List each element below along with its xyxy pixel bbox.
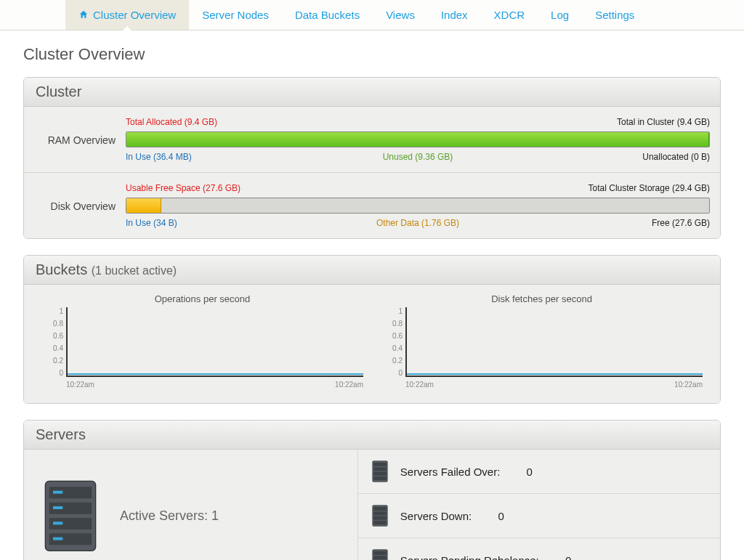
tab-label: Views [386,9,415,21]
ytick: 0.2 [44,357,63,365]
tab-label: Server Nodes [202,9,269,21]
buckets-subtitle: (1 bucket active) [92,264,177,277]
xtick: 10:22am [66,381,94,389]
row-label: Servers Failed Over: [400,466,501,478]
tab-views[interactable]: Views [373,0,428,30]
disk-overview-label: Disk Overview [24,173,126,238]
disk-total-storage: Total Cluster Storage (29.4 GB) [589,183,710,193]
tab-label: Index [441,9,468,21]
svg-rect-20 [373,551,387,555]
home-icon [78,1,89,31]
tab-label: XDCR [494,9,525,21]
servers-down-row: Servers Down: 0 [358,493,720,537]
disk-usable-free: Usable Free Space (27.6 GB) [126,183,240,193]
ram-usage-bar [126,131,710,147]
svg-rect-11 [373,467,387,471]
tab-index[interactable]: Index [428,0,481,30]
tab-label: Log [551,9,569,21]
tab-label: Cluster Overview [93,9,176,21]
server-rack-icon [41,477,100,555]
row-label: Servers Down: [400,510,472,522]
svg-rect-15 [373,507,387,511]
svg-rect-7 [53,522,62,524]
ram-total-allocated: Total Allocated (9.4 GB) [126,117,217,127]
server-rack-icon [371,504,389,527]
server-rack-icon [371,460,389,483]
ytick: 0.8 [384,320,403,328]
tab-xdcr[interactable]: XDCR [481,0,538,30]
xtick: 10:22am [335,381,363,389]
active-servers-label: Active Servers: 1 [120,508,219,524]
chart-yticks: 1 0.8 0.6 0.4 0.2 0 [44,307,63,377]
row-value: 0 [498,510,504,522]
servers-pending-rebalance-row: Servers Pending Rebalance: 0 [358,537,720,560]
disk-usage-bar [126,198,710,214]
tab-label: Settings [595,9,634,21]
disk-fetches-chart: Disk fetches per second 1 0.8 0.6 0.4 0.… [381,293,703,387]
ytick: 0.6 [44,332,63,340]
servers-failed-over-row: Servers Failed Over: 0 [358,450,720,493]
ram-unused: Unused (9.36 GB) [383,152,453,162]
tab-settings[interactable]: Settings [582,0,647,30]
ytick: 0.6 [384,332,403,340]
ytick: 0.2 [384,357,403,365]
disk-free: Free (27.6 GB) [652,218,710,228]
ytick: 0.4 [384,344,403,352]
tab-data-buckets[interactable]: Data Buckets [282,0,373,30]
servers-panel-header: Servers [24,421,720,450]
svg-rect-6 [53,506,62,509]
svg-rect-12 [373,472,387,476]
top-nav: Cluster Overview Server Nodes Data Bucke… [0,0,744,31]
ytick: 0 [44,369,63,377]
tab-server-nodes[interactable]: Server Nodes [189,0,282,30]
ops-per-second-chart: Operations per second 1 0.8 0.6 0.4 0.2 … [41,293,363,387]
svg-rect-10 [373,463,387,466]
chart-xticks: 10:22am 10:22am [66,381,363,389]
ram-total-in-cluster: Total in Cluster (9.4 GB) [617,117,710,127]
svg-rect-16 [373,511,387,515]
svg-rect-17 [373,516,387,520]
chart-title: Operations per second [41,293,363,304]
tab-label: Data Buckets [295,9,360,21]
chart-data-line [68,373,363,375]
svg-rect-13 [373,476,387,480]
disk-other-data: Other Data (1.76 GB) [376,218,459,228]
ytick: 1 [384,307,403,315]
chart-plot-area [66,307,363,377]
svg-rect-21 [373,556,387,559]
chart-yticks: 1 0.8 0.6 0.4 0.2 0 [384,307,403,377]
tab-cluster-overview[interactable]: Cluster Overview [65,0,189,30]
svg-rect-18 [373,521,387,524]
servers-panel: Servers Active Servers: 1 [23,420,721,560]
ram-in-use: In Use (36.4 MB) [126,152,192,162]
row-value: 0 [565,554,571,561]
disk-overview-row: Disk Overview Usable Free Space (27.6 GB… [24,172,720,238]
row-value: 0 [527,466,533,478]
ram-unallocated: Unallocated (0 B) [642,152,710,162]
page-title: Cluster Overview [23,45,721,64]
buckets-panel-header: Buckets (1 bucket active) [24,256,720,285]
chart-xticks: 10:22am 10:22am [405,381,703,389]
buckets-title: Buckets [36,261,87,277]
svg-rect-5 [53,490,62,493]
tab-log[interactable]: Log [538,0,582,30]
ytick: 0.8 [44,320,63,328]
xtick: 10:22am [674,381,703,389]
ytick: 0.4 [44,344,63,352]
buckets-panel: Buckets (1 bucket active) Operations per… [23,255,721,404]
cluster-panel-header: Cluster [24,78,720,107]
ytick: 0 [384,369,403,377]
xtick: 10:22am [405,381,434,389]
ytick: 1 [44,307,63,315]
svg-rect-8 [53,537,62,540]
disk-bar-other-segment [126,198,161,213]
chart-title: Disk fetches per second [381,293,703,304]
active-servers-block: Active Servers: 1 [24,450,358,560]
disk-in-use: In Use (34 B) [126,218,177,228]
cluster-panel: Cluster RAM Overview Total Allocated (9.… [23,77,721,239]
chart-data-line [407,373,703,375]
server-rack-icon [371,548,389,560]
ram-overview-label: RAM Overview [24,107,126,172]
row-label: Servers Pending Rebalance: [400,554,539,561]
active-servers-text: Active Servers: [120,508,208,523]
